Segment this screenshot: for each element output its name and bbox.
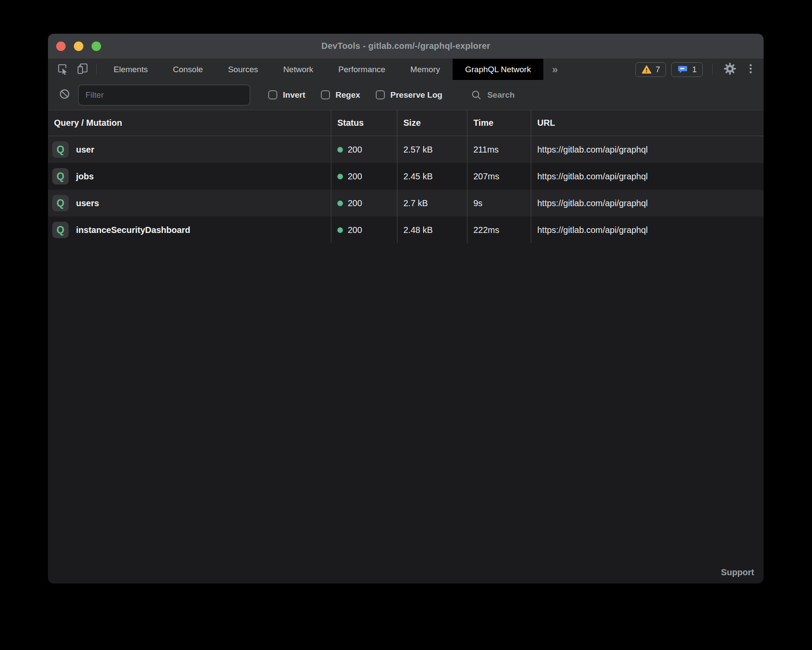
filter-input[interactable] bbox=[78, 85, 250, 105]
request-url: https://gitlab.com/api/graphql bbox=[531, 190, 764, 217]
regex-label: Regex bbox=[336, 90, 360, 100]
column-header-size[interactable]: Size bbox=[397, 110, 467, 136]
preserve-log-label: Preserve Log bbox=[390, 90, 442, 100]
regex-checkbox[interactable] bbox=[321, 90, 330, 99]
tab-network[interactable]: Network bbox=[271, 59, 326, 80]
query-type-badge: Q bbox=[52, 195, 69, 211]
table-row[interactable]: Q jobs 200 2.45 kB 207ms https://gitlab.… bbox=[48, 163, 764, 190]
warning-triangle-icon bbox=[641, 64, 652, 75]
query-type-badge: Q bbox=[52, 141, 69, 158]
status-code: 200 bbox=[348, 145, 362, 155]
device-toolbar-button[interactable] bbox=[75, 62, 90, 77]
query-type-badge: Q bbox=[52, 168, 69, 185]
regex-checkbox-group[interactable]: Regex bbox=[321, 90, 360, 100]
more-tabs-button[interactable]: » bbox=[543, 59, 566, 80]
request-url: https://gitlab.com/api/graphql bbox=[531, 163, 764, 190]
request-url: https://gitlab.com/api/graphql bbox=[531, 217, 764, 243]
minimize-button[interactable] bbox=[74, 41, 83, 51]
more-options-button[interactable] bbox=[743, 62, 758, 77]
chat-bubble-icon bbox=[677, 64, 688, 75]
query-name: user bbox=[76, 145, 94, 155]
message-count: 1 bbox=[692, 65, 697, 74]
kebab-menu-icon bbox=[745, 63, 756, 76]
response-size: 2.45 kB bbox=[397, 163, 467, 190]
tab-console[interactable]: Console bbox=[160, 59, 216, 80]
tab-memory[interactable]: Memory bbox=[398, 59, 453, 80]
query-type-badge: Q bbox=[52, 222, 69, 238]
settings-button[interactable] bbox=[722, 62, 738, 77]
invert-label: Invert bbox=[283, 90, 305, 100]
query-name: instanceSecurityDashboard bbox=[76, 225, 190, 235]
status-ok-dot bbox=[337, 174, 343, 179]
tab-performance[interactable]: Performance bbox=[326, 59, 398, 80]
devtools-window: DevTools - gitlab.com/-/graphql-explorer bbox=[48, 34, 764, 583]
messages-badge[interactable]: 1 bbox=[671, 62, 703, 77]
toolbar-separator bbox=[96, 64, 97, 75]
query-name: users bbox=[76, 198, 99, 208]
invert-checkbox-group[interactable]: Invert bbox=[268, 90, 305, 100]
table-row[interactable]: Q users 200 2.7 kB 9s https://gitlab.com… bbox=[48, 190, 764, 217]
status-code: 200 bbox=[348, 225, 362, 235]
preserve-log-checkbox[interactable] bbox=[376, 90, 385, 99]
tab-graphql-network[interactable]: GraphQL Network bbox=[453, 59, 543, 80]
warnings-badge[interactable]: 7 bbox=[635, 62, 666, 77]
search-label: Search bbox=[487, 90, 514, 100]
column-header-url[interactable]: URL bbox=[531, 110, 764, 136]
close-button[interactable] bbox=[56, 41, 66, 51]
support-link[interactable]: Support bbox=[721, 567, 754, 577]
warning-count: 7 bbox=[656, 65, 660, 74]
traffic-lights bbox=[56, 34, 101, 58]
query-name: jobs bbox=[76, 172, 94, 182]
table-header: Query / Mutation Status Size Time URL bbox=[48, 110, 764, 136]
status-ok-dot bbox=[337, 201, 343, 206]
block-icon bbox=[59, 88, 70, 102]
controls-separator bbox=[712, 64, 713, 75]
status-ok-dot bbox=[337, 147, 343, 153]
preserve-log-checkbox-group[interactable]: Preserve Log bbox=[376, 90, 442, 100]
clear-button[interactable] bbox=[57, 87, 72, 103]
response-time: 9s bbox=[467, 190, 531, 217]
response-size: 2.7 kB bbox=[397, 190, 467, 217]
column-header-status[interactable]: Status bbox=[331, 110, 397, 136]
status-code: 200 bbox=[348, 198, 362, 208]
status-ok-dot bbox=[337, 227, 343, 233]
column-header-time[interactable]: Time bbox=[467, 110, 531, 136]
response-time: 207ms bbox=[467, 163, 531, 190]
table-row[interactable]: Q user 200 2.57 kB 211ms https://gitlab.… bbox=[48, 136, 764, 163]
zoom-button[interactable] bbox=[92, 41, 101, 51]
response-time: 211ms bbox=[467, 136, 531, 163]
column-header-query-mutation[interactable]: Query / Mutation bbox=[48, 110, 331, 136]
response-size: 2.48 kB bbox=[397, 217, 467, 243]
gear-icon bbox=[723, 62, 737, 77]
titlebar: DevTools - gitlab.com/-/graphql-explorer bbox=[48, 34, 764, 58]
filter-toolbar: Invert Regex Preserve Log Search bbox=[48, 80, 764, 110]
inspect-cursor-icon bbox=[56, 62, 69, 77]
response-time: 222ms bbox=[467, 217, 531, 243]
devtools-tabbar: Elements Console Sources Network Perform… bbox=[48, 58, 764, 80]
request-url: https://gitlab.com/api/graphql bbox=[531, 136, 764, 163]
tab-elements[interactable]: Elements bbox=[101, 59, 160, 80]
response-size: 2.57 kB bbox=[397, 136, 467, 163]
window-title: DevTools - gitlab.com/-/graphql-explorer bbox=[321, 41, 490, 51]
search-button[interactable]: Search bbox=[471, 89, 514, 101]
panel-empty-area: Support bbox=[48, 243, 764, 583]
invert-checkbox[interactable] bbox=[268, 90, 277, 99]
table-row[interactable]: Q instanceSecurityDashboard 200 2.48 kB … bbox=[48, 217, 764, 243]
status-code: 200 bbox=[348, 172, 362, 182]
search-icon bbox=[471, 89, 482, 101]
device-toolbar-icon bbox=[76, 62, 89, 77]
tab-sources[interactable]: Sources bbox=[216, 59, 271, 80]
inspect-element-button[interactable] bbox=[55, 62, 70, 77]
